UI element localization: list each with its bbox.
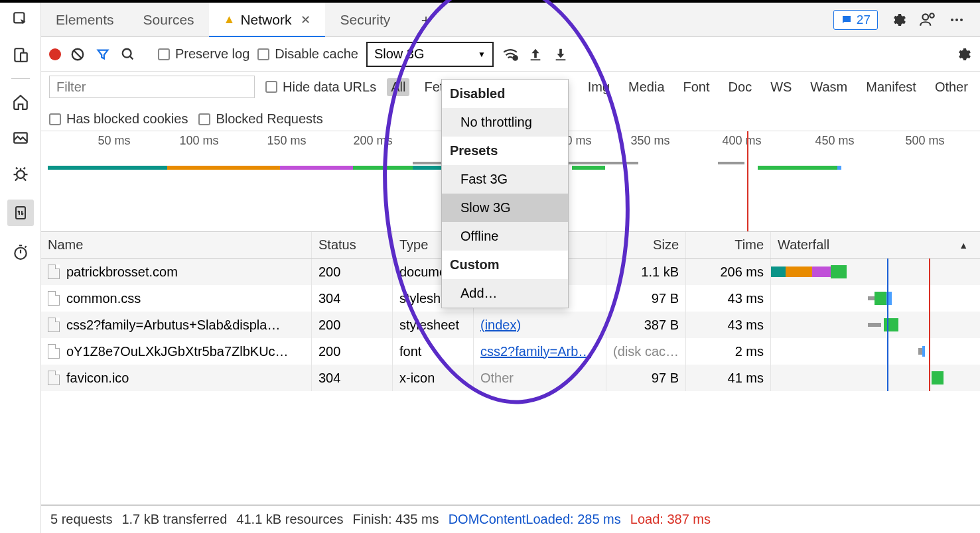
dropdown-group-head: Presets [442,137,568,165]
filter-type-doc[interactable]: Doc [725,78,756,96]
filter-type-all[interactable]: All [387,78,409,96]
svg-point-11 [960,19,963,21]
preserve-log-checkbox[interactable]: Preserve log [158,46,249,62]
tab-security[interactable]: Security [325,3,405,37]
tab-elements[interactable]: Elements [41,3,129,37]
network-tool-icon[interactable] [7,200,34,226]
warning-icon: ▲ [224,13,236,27]
file-icon [48,344,60,359]
filter-type-media[interactable]: Media [624,78,668,96]
disable-cache-checkbox[interactable]: Disable cache [257,46,358,62]
devtools-tabs: Elements Sources ▲ Network ✕ Security ＋ … [41,3,980,37]
file-icon [48,371,60,385]
tab-network[interactable]: ▲ Network ✕ [209,3,326,37]
close-icon[interactable]: ✕ [301,13,311,27]
dropdown-group-head: Disabled [442,80,568,108]
network-toolbar: Preserve log Disable cache Slow 3G▼ [41,37,980,72]
table-row[interactable]: css2?family=Arbutus+Slab&displa…200style… [41,312,980,338]
dropdown-item[interactable]: Fast 3G [442,165,568,194]
filter-input[interactable] [49,76,255,98]
status-load: Load: 387 ms [630,512,711,527]
status-transferred: 1.7 kB transferred [121,512,227,527]
hide-data-urls-checkbox[interactable]: Hide data URLs [265,80,376,95]
file-icon [48,318,60,332]
file-icon [48,291,60,306]
svg-rect-5 [16,207,25,219]
upload-har-icon[interactable] [527,46,544,63]
stopwatch-icon[interactable] [11,242,31,262]
home-icon[interactable] [11,92,31,112]
has-blocked-cookies-checkbox[interactable]: Has blocked cookies [49,111,188,127]
dropdown-item[interactable]: Offline [442,222,568,251]
status-requests: 5 requests [50,512,112,527]
network-conditions-icon[interactable] [502,46,519,63]
throttling-dropdown[interactable]: DisabledNo throttlingPresetsFast 3GSlow … [441,79,569,308]
feedback-icon[interactable] [919,11,936,29]
filter-type-ws[interactable]: WS [766,78,796,96]
record-button[interactable] [49,48,61,60]
filter-type-font[interactable]: Font [679,78,714,96]
svg-rect-15 [531,59,541,60]
table-row[interactable]: oY1Z8e7OuLXkJGbXtr5ba7ZlbKUc…200fontcss2… [41,338,980,365]
svg-point-13 [123,48,131,57]
svg-point-6 [15,248,26,259]
download-har-icon[interactable] [552,46,569,63]
svg-point-10 [955,19,958,21]
filter-icon[interactable] [94,46,111,63]
status-resources: 41.1 kB resources [236,512,343,527]
dropdown-item[interactable]: Add… [442,279,568,308]
file-icon [48,265,60,279]
more-icon[interactable] [948,11,965,29]
dropdown-group-head: Custom [442,251,568,279]
add-tab-button[interactable]: ＋ [405,9,447,30]
network-settings-icon[interactable] [955,46,972,63]
dropdown-item[interactable]: No throttling [442,108,568,137]
image-icon[interactable] [11,128,31,148]
chevron-down-icon: ▼ [478,50,486,59]
sidebar [0,3,41,533]
svg-rect-2 [21,53,27,62]
sort-indicator-icon: ▲ [959,240,968,251]
status-dcl: DOMContentLoaded: 285 ms [449,512,621,527]
inspect-icon[interactable] [11,9,31,29]
filter-type-wasm[interactable]: Wasm [806,78,851,96]
svg-rect-16 [556,59,566,60]
status-finish: Finish: 435 ms [353,512,439,527]
tab-sources[interactable]: Sources [129,3,209,37]
svg-point-8 [930,13,934,18]
svg-point-4 [17,170,25,178]
filter-type-manifest[interactable]: Manifest [862,78,920,96]
dropdown-item[interactable]: Slow 3G [442,194,568,222]
table-row[interactable]: favicon.ico304x-iconOther97 B41 ms [41,365,980,391]
svg-point-9 [951,19,953,21]
clear-icon[interactable] [69,46,86,63]
filter-type-img[interactable]: Img [584,78,614,96]
settings-icon[interactable] [890,11,907,29]
status-bar: 5 requests 1.7 kB transferred 41.1 kB re… [41,505,980,533]
svg-point-7 [922,14,928,20]
throttling-select[interactable]: Slow 3G▼ [366,42,494,67]
bug-icon[interactable] [11,164,31,184]
filter-type-other[interactable]: Other [931,78,972,96]
device-icon[interactable] [11,45,31,65]
issues-badge[interactable]: 27 [833,10,878,30]
svg-point-14 [513,56,518,60]
search-icon[interactable] [119,46,137,63]
blocked-requests-checkbox[interactable]: Blocked Requests [198,111,322,127]
